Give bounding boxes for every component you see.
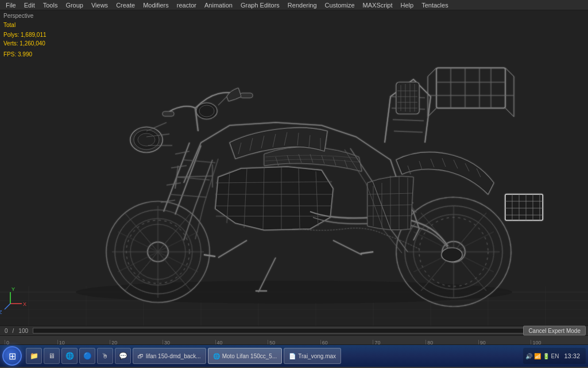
app-1-icon: 🗗 xyxy=(138,353,144,359)
ruler-mark-60: 60 xyxy=(320,340,373,344)
menu-bar: File Edit Tools Group Views Create Modif… xyxy=(0,0,588,10)
menu-graph-editors[interactable]: Graph Editors xyxy=(237,1,283,9)
frame-separator: / xyxy=(10,328,17,334)
verts-label: Verts: xyxy=(3,40,18,47)
ruler-mark-90: 90 xyxy=(478,340,531,344)
svg-text:X: X xyxy=(23,301,26,307)
app-2-label: Moto Lifan 150cc_5... xyxy=(222,353,277,359)
frame-total: 100 xyxy=(16,328,30,334)
verts-value: 1,260,040 xyxy=(20,40,45,47)
ruler-mark-40: 40 xyxy=(215,340,268,344)
svg-rect-92 xyxy=(396,82,419,114)
quick-launch-2[interactable]: 🖥 xyxy=(44,348,60,364)
menu-maxscript[interactable]: MAXScript xyxy=(359,1,396,9)
system-tray: 🔊 📶 🔋 EN 13:32 xyxy=(523,348,586,364)
frame-current: 0 xyxy=(2,328,10,334)
system-clock: 13:32 xyxy=(560,352,583,359)
quick-launch-6[interactable]: 💬 xyxy=(115,348,131,364)
menu-customize[interactable]: Customize xyxy=(322,1,358,9)
start-icon: ⊞ xyxy=(9,351,16,362)
menu-reactor[interactable]: reactor xyxy=(173,1,200,9)
ruler-mark-10: 10 xyxy=(57,340,110,344)
ruler-mark-30: 30 xyxy=(163,340,215,344)
tray-icon-3: 🔋 xyxy=(543,353,550,359)
app-3-label: Trai_vong.max xyxy=(298,353,336,359)
fps-label: FPS: xyxy=(3,51,16,57)
menu-tentacles[interactable]: Tentacles xyxy=(418,1,451,9)
menu-file[interactable]: File xyxy=(2,1,20,9)
svg-rect-72 xyxy=(240,93,253,98)
ruler-marks: 0 10 20 30 40 50 60 70 80 90 100 xyxy=(0,336,588,344)
quick-launch-1[interactable]: 📁 xyxy=(26,348,42,364)
svg-text:Y: Y xyxy=(11,286,15,292)
tray-icon-4: EN xyxy=(551,353,559,359)
svg-point-15 xyxy=(76,281,512,304)
timeline-bar: 0 / 100 Cancel Expert Mode xyxy=(0,325,588,336)
polys-label: Polys: xyxy=(3,32,19,38)
taskbar-app-1[interactable]: 🗗 lifan 150-dmd_back... xyxy=(133,348,206,364)
taskbar-app-3[interactable]: 📄 Trai_vong.max xyxy=(284,348,341,364)
taskbar: ⊞ 📁 🖥 🌐 🔵 🖱 💬 🗗 lifan 150-dmd_back... 🌐 … xyxy=(0,345,588,367)
stats-overlay: Total Polys: 1,689,011 Verts: 1,260,040 … xyxy=(3,21,47,59)
menu-help[interactable]: Help xyxy=(397,1,417,9)
app-1-label: lifan 150-dmd_back... xyxy=(146,353,201,359)
motorcycle-wireframe: X Y Z xyxy=(0,10,588,325)
polys-value: 1,689,011 xyxy=(21,32,47,38)
quick-launch-4[interactable]: 🔵 xyxy=(79,348,95,364)
svg-text:Z: Z xyxy=(0,309,2,315)
svg-point-76 xyxy=(138,133,155,146)
menu-group[interactable]: Group xyxy=(62,1,87,9)
svg-rect-110 xyxy=(505,194,543,220)
ruler-mark-20: 20 xyxy=(110,340,163,344)
menu-views[interactable]: Views xyxy=(88,1,111,9)
app-3-icon: 📄 xyxy=(289,353,296,359)
viewport-label: Perspective xyxy=(3,13,33,19)
tray-icon-2: 📶 xyxy=(534,353,541,359)
menu-animation[interactable]: Animation xyxy=(201,1,236,9)
viewport[interactable]: Perspective Total Polys: 1,689,011 Verts… xyxy=(0,10,588,325)
menu-rendering[interactable]: Rendering xyxy=(284,1,320,9)
svg-point-138 xyxy=(199,105,214,117)
cancel-expert-mode-button[interactable]: Cancel Expert Mode xyxy=(523,326,586,336)
taskbar-app-2[interactable]: 🌐 Moto Lifan 150cc_5... xyxy=(208,348,283,364)
ruler-mark-100: 100 xyxy=(531,340,583,344)
svg-rect-71 xyxy=(163,112,174,116)
menu-edit[interactable]: Edit xyxy=(21,1,38,9)
menu-create[interactable]: Create xyxy=(113,1,138,9)
ruler-mark-50: 50 xyxy=(268,340,320,344)
quick-launch-3[interactable]: 🌐 xyxy=(61,348,78,364)
menu-modifiers[interactable]: Modifiers xyxy=(140,1,172,9)
svg-point-77 xyxy=(442,248,462,262)
ruler-mark-0: 0 xyxy=(5,340,57,344)
start-button[interactable]: ⊞ xyxy=(2,346,22,366)
menu-tools[interactable]: Tools xyxy=(40,1,61,9)
ruler-mark-80: 80 xyxy=(425,340,478,344)
app-2-icon: 🌐 xyxy=(213,353,220,359)
fps-value: 3.990 xyxy=(18,51,32,57)
tray-icon-1: 🔊 xyxy=(525,353,532,359)
timeline-scrubber[interactable] xyxy=(33,328,583,334)
ruler-mark-70: 70 xyxy=(373,340,425,344)
quick-launch-5[interactable]: 🖱 xyxy=(97,348,113,364)
timeline-ruler: 0 10 20 30 40 50 60 70 80 90 100 xyxy=(0,336,588,345)
total-label: Total xyxy=(3,21,47,29)
